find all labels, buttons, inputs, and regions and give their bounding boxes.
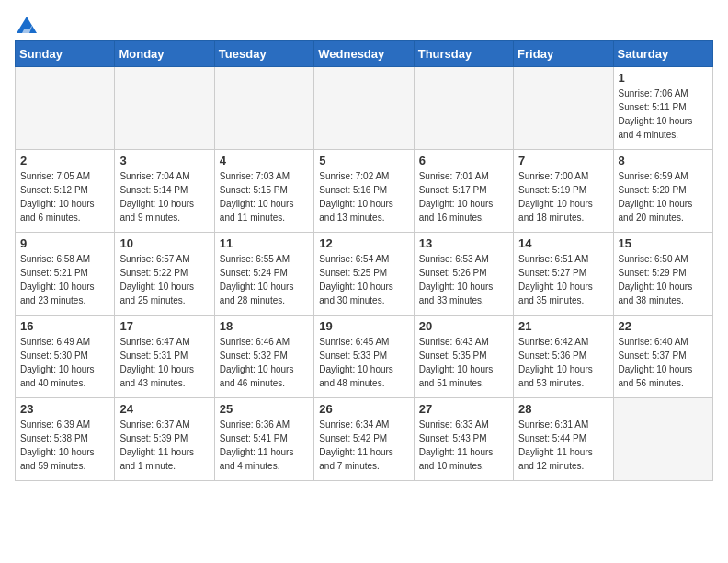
logo-icon	[17, 17, 37, 33]
weekday-header: Thursday	[414, 41, 513, 67]
calendar-cell: 16Sunrise: 6:49 AM Sunset: 5:30 PM Dayli…	[16, 316, 115, 398]
calendar-cell: 27Sunrise: 6:33 AM Sunset: 5:43 PM Dayli…	[414, 398, 513, 481]
day-number: 23	[20, 402, 109, 416]
sun-info: Sunrise: 6:55 AM Sunset: 5:24 PM Dayligh…	[220, 252, 309, 307]
calendar-cell: 7Sunrise: 7:00 AM Sunset: 5:19 PM Daylig…	[514, 150, 613, 233]
calendar-cell: 8Sunrise: 6:59 AM Sunset: 5:20 PM Daylig…	[613, 150, 712, 233]
header	[15, 15, 713, 33]
weekday-header: Monday	[115, 41, 214, 67]
weekday-header: Friday	[514, 41, 613, 67]
calendar-week-row: 2Sunrise: 7:05 AM Sunset: 5:12 PM Daylig…	[16, 150, 713, 233]
sun-info: Sunrise: 6:47 AM Sunset: 5:31 PM Dayligh…	[119, 335, 209, 390]
day-number: 11	[220, 236, 309, 250]
calendar-cell: 23Sunrise: 6:39 AM Sunset: 5:38 PM Dayli…	[16, 398, 115, 481]
calendar-cell	[514, 67, 613, 150]
calendar-cell: 24Sunrise: 6:37 AM Sunset: 5:39 PM Dayli…	[115, 398, 214, 481]
sun-info: Sunrise: 6:42 AM Sunset: 5:36 PM Dayligh…	[518, 335, 608, 390]
day-number: 28	[518, 402, 608, 416]
sun-info: Sunrise: 6:54 AM Sunset: 5:25 PM Dayligh…	[319, 252, 408, 307]
calendar-cell	[115, 67, 214, 150]
calendar-cell	[214, 67, 313, 150]
calendar-cell: 17Sunrise: 6:47 AM Sunset: 5:31 PM Dayli…	[115, 316, 214, 398]
calendar: SundayMondayTuesdayWednesdayThursdayFrid…	[15, 40, 713, 481]
calendar-cell: 6Sunrise: 7:01 AM Sunset: 5:17 PM Daylig…	[414, 150, 513, 233]
day-number: 6	[419, 154, 508, 167]
calendar-cell: 25Sunrise: 6:36 AM Sunset: 5:41 PM Dayli…	[214, 398, 313, 481]
sun-info: Sunrise: 6:57 AM Sunset: 5:22 PM Dayligh…	[119, 252, 209, 307]
calendar-cell: 10Sunrise: 6:57 AM Sunset: 5:22 PM Dayli…	[115, 233, 214, 316]
calendar-cell: 21Sunrise: 6:42 AM Sunset: 5:36 PM Dayli…	[514, 316, 613, 398]
calendar-cell	[16, 67, 115, 150]
sun-info: Sunrise: 7:01 AM Sunset: 5:17 PM Dayligh…	[419, 169, 508, 224]
calendar-week-row: 23Sunrise: 6:39 AM Sunset: 5:38 PM Dayli…	[16, 398, 713, 481]
day-number: 2	[20, 154, 109, 167]
calendar-cell: 18Sunrise: 6:46 AM Sunset: 5:32 PM Dayli…	[214, 316, 313, 398]
weekday-header: Saturday	[613, 41, 712, 67]
calendar-cell	[314, 67, 414, 150]
sun-info: Sunrise: 6:40 AM Sunset: 5:37 PM Dayligh…	[619, 335, 708, 390]
calendar-cell: 3Sunrise: 7:04 AM Sunset: 5:14 PM Daylig…	[115, 150, 214, 233]
calendar-cell: 9Sunrise: 6:58 AM Sunset: 5:21 PM Daylig…	[16, 233, 115, 316]
day-number: 3	[119, 154, 209, 167]
calendar-cell: 13Sunrise: 6:53 AM Sunset: 5:26 PM Dayli…	[414, 233, 513, 316]
calendar-cell: 14Sunrise: 6:51 AM Sunset: 5:27 PM Dayli…	[514, 233, 613, 316]
day-number: 16	[20, 319, 109, 333]
sun-info: Sunrise: 7:02 AM Sunset: 5:16 PM Dayligh…	[319, 169, 408, 224]
sun-info: Sunrise: 6:31 AM Sunset: 5:44 PM Dayligh…	[518, 418, 608, 473]
sun-info: Sunrise: 7:03 AM Sunset: 5:15 PM Dayligh…	[220, 169, 309, 224]
calendar-cell: 22Sunrise: 6:40 AM Sunset: 5:37 PM Dayli…	[613, 316, 712, 398]
sun-info: Sunrise: 6:39 AM Sunset: 5:38 PM Dayligh…	[20, 418, 109, 473]
day-number: 17	[119, 319, 209, 333]
sun-info: Sunrise: 6:58 AM Sunset: 5:21 PM Dayligh…	[20, 252, 109, 307]
sun-info: Sunrise: 6:36 AM Sunset: 5:41 PM Dayligh…	[220, 418, 309, 473]
calendar-cell: 28Sunrise: 6:31 AM Sunset: 5:44 PM Dayli…	[514, 398, 613, 481]
day-number: 1	[619, 71, 708, 85]
calendar-cell: 20Sunrise: 6:43 AM Sunset: 5:35 PM Dayli…	[414, 316, 513, 398]
day-number: 7	[518, 154, 608, 167]
day-number: 25	[220, 402, 309, 416]
day-number: 22	[619, 319, 708, 333]
sun-info: Sunrise: 6:59 AM Sunset: 5:20 PM Dayligh…	[619, 169, 708, 224]
weekday-header: Tuesday	[214, 41, 313, 67]
sun-info: Sunrise: 7:06 AM Sunset: 5:11 PM Dayligh…	[619, 86, 708, 142]
calendar-cell: 15Sunrise: 6:50 AM Sunset: 5:29 PM Dayli…	[613, 233, 712, 316]
sun-info: Sunrise: 6:43 AM Sunset: 5:35 PM Dayligh…	[419, 335, 508, 390]
calendar-cell: 19Sunrise: 6:45 AM Sunset: 5:33 PM Dayli…	[314, 316, 414, 398]
day-number: 20	[419, 319, 508, 333]
sun-info: Sunrise: 6:46 AM Sunset: 5:32 PM Dayligh…	[220, 335, 309, 390]
day-number: 24	[119, 402, 209, 416]
calendar-week-row: 1Sunrise: 7:06 AM Sunset: 5:11 PM Daylig…	[16, 67, 713, 150]
sun-info: Sunrise: 6:49 AM Sunset: 5:30 PM Dayligh…	[20, 335, 109, 390]
day-number: 26	[319, 402, 408, 416]
day-number: 4	[220, 154, 309, 167]
calendar-week-row: 16Sunrise: 6:49 AM Sunset: 5:30 PM Dayli…	[16, 316, 713, 398]
calendar-cell: 11Sunrise: 6:55 AM Sunset: 5:24 PM Dayli…	[214, 233, 313, 316]
sun-info: Sunrise: 6:51 AM Sunset: 5:27 PM Dayligh…	[518, 252, 608, 307]
sun-info: Sunrise: 6:53 AM Sunset: 5:26 PM Dayligh…	[419, 252, 508, 307]
sun-info: Sunrise: 7:04 AM Sunset: 5:14 PM Dayligh…	[119, 169, 209, 224]
day-number: 14	[518, 236, 608, 250]
day-number: 19	[319, 319, 408, 333]
calendar-cell	[613, 398, 712, 481]
sun-info: Sunrise: 6:33 AM Sunset: 5:43 PM Dayligh…	[419, 418, 508, 473]
sun-info: Sunrise: 7:05 AM Sunset: 5:12 PM Dayligh…	[20, 169, 109, 224]
day-number: 18	[220, 319, 309, 333]
day-number: 15	[619, 236, 708, 250]
weekday-header: Sunday	[16, 41, 115, 67]
sun-info: Sunrise: 6:50 AM Sunset: 5:29 PM Dayligh…	[619, 252, 708, 307]
sun-info: Sunrise: 6:37 AM Sunset: 5:39 PM Dayligh…	[119, 418, 209, 473]
day-number: 8	[619, 154, 708, 167]
day-number: 21	[518, 319, 608, 333]
day-number: 9	[20, 236, 109, 250]
day-number: 27	[419, 402, 508, 416]
calendar-cell: 4Sunrise: 7:03 AM Sunset: 5:15 PM Daylig…	[214, 150, 313, 233]
calendar-header-row: SundayMondayTuesdayWednesdayThursdayFrid…	[16, 41, 713, 67]
day-number: 12	[319, 236, 408, 250]
day-number: 5	[319, 154, 408, 167]
day-number: 13	[419, 236, 508, 250]
calendar-cell: 2Sunrise: 7:05 AM Sunset: 5:12 PM Daylig…	[16, 150, 115, 233]
sun-info: Sunrise: 6:45 AM Sunset: 5:33 PM Dayligh…	[319, 335, 408, 390]
sun-info: Sunrise: 7:00 AM Sunset: 5:19 PM Dayligh…	[518, 169, 608, 224]
calendar-cell	[414, 67, 513, 150]
calendar-cell: 12Sunrise: 6:54 AM Sunset: 5:25 PM Dayli…	[314, 233, 414, 316]
